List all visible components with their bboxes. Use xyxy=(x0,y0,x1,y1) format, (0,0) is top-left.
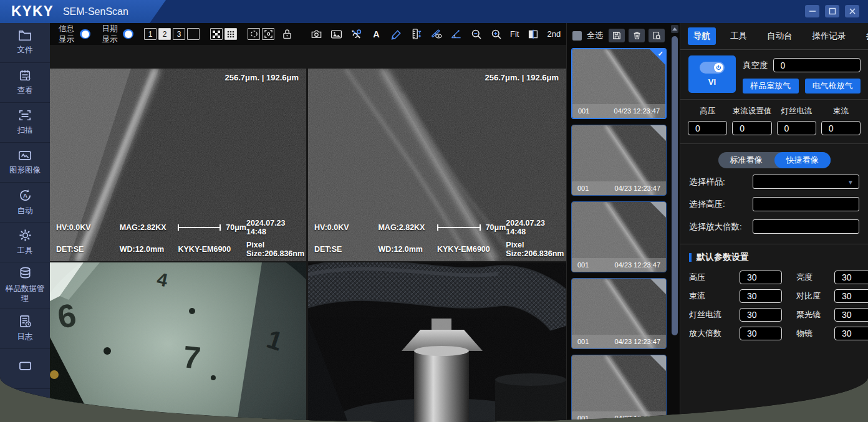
sidebar-item-graphics[interactable]: 图形图像 xyxy=(0,143,50,183)
sidebar-item-view[interactable]: 查看 xyxy=(0,63,50,103)
sidebar-item-extra[interactable] xyxy=(0,349,50,389)
date-display-switch[interactable] xyxy=(123,29,133,39)
scroll-up-button[interactable] xyxy=(671,25,678,33)
select-all-checkbox[interactable] xyxy=(572,31,582,41)
ruler-icon[interactable] xyxy=(409,27,423,41)
thumbnail-item[interactable]: 001 04/23 12:23:47 xyxy=(571,355,667,422)
device-readout: KYKY-EM6900 xyxy=(178,245,246,254)
chamber-vent-button[interactable]: 样品室放气 xyxy=(743,79,799,94)
thumbnail-timestamp: 04/23 12:23:47 xyxy=(614,107,660,115)
delete-button[interactable] xyxy=(629,29,645,42)
scrollbar-thumb[interactable] xyxy=(672,36,678,335)
sidebar-item-file[interactable]: 文件 xyxy=(0,23,50,63)
layout-3-button[interactable]: 3 xyxy=(173,28,185,40)
picture-icon[interactable] xyxy=(329,27,344,41)
lock-icon[interactable] xyxy=(280,27,294,41)
refresh-frame-icon[interactable] xyxy=(248,28,260,40)
info-display-toggle-group: 信息显示 xyxy=(59,24,90,45)
layout-2-button[interactable]: 2 xyxy=(158,28,171,40)
thumbnail-item[interactable]: 001 04/23 12:23:47 xyxy=(571,125,667,196)
pen-icon[interactable] xyxy=(389,27,403,41)
imaging-mode-toggle: 标准看像 快捷看像 xyxy=(718,152,831,168)
scale-bar-line xyxy=(437,227,481,228)
maximize-button[interactable] xyxy=(825,5,839,17)
wrench-icon[interactable] xyxy=(349,27,364,41)
default-contrast-input[interactable] xyxy=(834,289,868,303)
chamber-camera-pane[interactable] xyxy=(308,262,566,422)
thumbnail-item[interactable]: 001 04/23 12:23:47 xyxy=(571,201,667,272)
info-display-switch[interactable] xyxy=(80,29,90,39)
tab-auto-stage[interactable]: 自动台 xyxy=(761,27,798,45)
app-title: SEM-SenScan xyxy=(63,6,128,17)
select-hv-input[interactable] xyxy=(753,197,859,211)
zoom-in-icon[interactable] xyxy=(489,27,503,41)
thumbnail-item[interactable]: ✓ 001 04/23 12:23:47 xyxy=(571,48,667,119)
viewfinder-icon[interactable] xyxy=(262,28,274,40)
default-beam-input[interactable] xyxy=(740,289,782,303)
grid-icon[interactable] xyxy=(210,28,223,40)
text-icon[interactable]: A xyxy=(369,27,383,41)
default-contrast-label: 对比度 xyxy=(788,290,829,302)
default-filament-input[interactable] xyxy=(740,308,782,322)
hv-readout: HV:0.0KV xyxy=(56,223,120,232)
tab-parameter-settings[interactable]: 参数设置 xyxy=(861,27,868,45)
sem-image-pane-1[interactable]: 256.7μm. | 192.6μm HV:0.0KV MAG:2.82KX 7… xyxy=(50,69,306,261)
measure-eye-icon[interactable] xyxy=(429,27,443,41)
layout-4-button[interactable] xyxy=(187,28,200,40)
select-sample-dropdown[interactable]: ▼ xyxy=(753,175,859,189)
minimize-button[interactable] xyxy=(805,5,819,17)
fit-button[interactable]: Fit xyxy=(509,29,520,39)
thumbnail-item[interactable]: 001 04/23 12:23:47 xyxy=(571,278,667,349)
angle-icon[interactable] xyxy=(449,27,463,41)
thumbnail-caption: 001 04/23 12:23:47 xyxy=(572,258,666,272)
stage-camera-pane[interactable]: 4 6 7 1 xyxy=(50,262,306,422)
monitor-icon xyxy=(19,361,32,372)
default-mag-input[interactable] xyxy=(740,327,782,340)
sidebar-item-log[interactable]: 日志 xyxy=(0,309,50,349)
pattern-icon[interactable] xyxy=(224,28,237,40)
default-brightness-input[interactable] xyxy=(834,271,868,284)
defaults-section-header: 默认参数设置 xyxy=(680,244,868,267)
zoom-out-icon[interactable] xyxy=(469,27,483,41)
corner-badge xyxy=(650,279,666,294)
beam-input[interactable] xyxy=(821,121,861,135)
tab-tools[interactable]: 工具 xyxy=(725,27,753,45)
hv-readout: HV:0.0KV xyxy=(314,223,378,232)
preview-button[interactable] xyxy=(649,29,665,42)
default-hv-input[interactable] xyxy=(740,271,782,284)
filament-input[interactable] xyxy=(777,121,816,135)
app-logo: KYKY xyxy=(11,3,54,20)
save-button[interactable] xyxy=(609,29,625,42)
camera-icon[interactable] xyxy=(309,27,324,41)
sidebar-item-tools[interactable]: 工具 xyxy=(0,223,50,262)
close-button[interactable] xyxy=(845,5,859,17)
sidebar-item-auto[interactable]: A 自动 xyxy=(0,183,50,223)
thumbnail-id: 001 xyxy=(578,107,589,115)
vi-toggle-switch[interactable] xyxy=(700,62,725,74)
second-view-button[interactable]: 2nd xyxy=(546,29,562,39)
default-condenser-input[interactable] xyxy=(834,308,868,322)
quick-imaging-button[interactable]: 快捷看像 xyxy=(774,152,831,168)
default-objective-input[interactable] xyxy=(834,327,868,340)
select-sample-row: 选择样品: ▼ xyxy=(680,170,868,192)
vi-label: VI xyxy=(708,77,716,87)
gun-vent-button[interactable]: 电气枪放气 xyxy=(805,79,861,94)
sem-image-pane-2[interactable]: 256.7μm. | 192.6μm HV:0.0KV MAG:2.82KX 7… xyxy=(308,69,566,261)
tab-navigation[interactable]: 导航 xyxy=(688,27,716,45)
standard-imaging-button[interactable]: 标准看像 xyxy=(718,152,774,168)
sidebar-item-scan[interactable]: 扫描 xyxy=(0,103,50,143)
hv-input[interactable] xyxy=(688,121,727,135)
split-icon[interactable] xyxy=(526,27,540,41)
tab-operation-log[interactable]: 操作记录 xyxy=(807,27,852,45)
pixel-size-readout: Pixel Size:206.836nm xyxy=(246,241,300,258)
select-hv-label: 选择高压: xyxy=(689,199,749,210)
scale-bar: 70μm xyxy=(178,223,246,232)
select-mag-input[interactable] xyxy=(753,219,859,234)
scale-bar-label: 70μm xyxy=(226,223,246,232)
vacuum-input[interactable] xyxy=(773,58,861,72)
sidebar-item-sample-data[interactable]: 样品数据管理 xyxy=(0,262,50,309)
vi-button[interactable]: VI xyxy=(688,55,736,93)
beam-set-input[interactable] xyxy=(732,121,771,135)
layout-1-button[interactable]: 1 xyxy=(144,28,157,40)
device-readout: KYKY-EM6900 xyxy=(437,245,506,254)
